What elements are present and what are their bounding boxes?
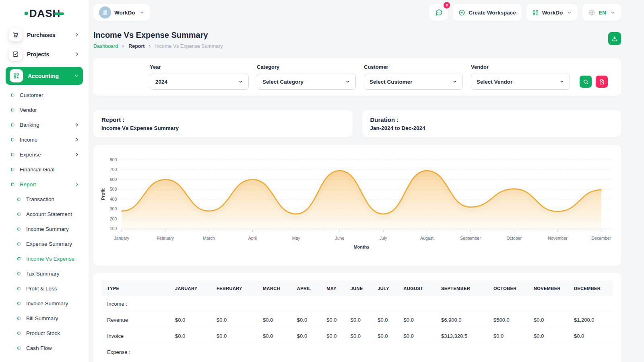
sidebar-subitem-label: Customer — [20, 92, 43, 98]
report-value: Income Vs Expense Summary — [101, 125, 345, 131]
table-header-july: JULY — [374, 281, 400, 296]
chevron-down-icon — [559, 79, 564, 84]
table-section-row: Income : — [101, 296, 613, 312]
bullet-icon — [17, 302, 21, 305]
chevron-down-icon — [452, 79, 457, 84]
bullet-icon — [11, 108, 14, 112]
svg-text:Profit: Profit — [101, 188, 105, 200]
sidebar-item-income[interactable]: Income — [6, 132, 83, 147]
sidebar-subitem-label: Report — [20, 181, 36, 187]
duration-value: Jan-2024 to Dec-2024 — [370, 125, 613, 131]
apply-filter-button[interactable] — [580, 76, 592, 88]
workspace-switcher[interactable]: WorkDo — [93, 4, 150, 21]
category-select[interactable]: Select Category — [257, 74, 356, 90]
sidebar-item-income-summary[interactable]: Income Summary — [6, 222, 83, 237]
chevron-right-icon — [74, 122, 80, 128]
svg-text:November: November — [548, 235, 568, 240]
search-icon — [583, 79, 589, 85]
svg-text:Months: Months — [353, 245, 369, 249]
sidebar-subitem-label: Bill Summary — [26, 315, 58, 321]
download-button[interactable] — [608, 32, 621, 45]
svg-text:April: April — [248, 235, 257, 240]
sidebar-item-accounting[interactable]: Accounting — [6, 67, 83, 85]
sidebar-subitem-label: Income Summary — [26, 226, 69, 232]
svg-text:700: 700 — [110, 167, 117, 172]
sidebar-subitem-label: Tax Summary — [26, 271, 60, 277]
sidebar-item-tax-summary[interactable]: Tax Summary — [6, 266, 83, 281]
app-logo[interactable]: DASH — [6, 4, 83, 23]
file-off-icon — [599, 79, 605, 85]
plus-circle-icon — [458, 9, 465, 16]
chevron-right-icon — [74, 152, 80, 157]
reset-filter-button[interactable] — [596, 76, 608, 88]
logo-accent-bar — [54, 12, 64, 15]
svg-text:June: June — [335, 235, 344, 240]
sidebar-item-invoice-summary[interactable]: Invoice Summary — [6, 296, 83, 311]
language-selector[interactable]: EN — [582, 4, 621, 21]
sidebar-item-income-vs-expense[interactable]: Income Vs Expense — [6, 251, 83, 266]
vendor-select[interactable]: Select Vendor — [471, 74, 570, 90]
svg-text:August: August — [420, 235, 433, 240]
globe-icon — [588, 9, 595, 16]
svg-text:July: July — [380, 235, 387, 240]
sidebar-item-cash-flow[interactable]: Cash Flow — [6, 341, 83, 356]
messenger-button[interactable]: 0 — [429, 4, 448, 21]
create-workspace-button[interactable]: Create Workspace — [453, 4, 522, 21]
year-select[interactable]: 2024 — [150, 74, 249, 90]
cart-icon — [9, 28, 22, 41]
bullet-icon — [17, 257, 21, 261]
vendor-label: Vendor — [471, 64, 570, 70]
sidebar-item-financial-goal[interactable]: Financial Goal — [6, 162, 83, 177]
sidebar-item-report[interactable]: Report — [6, 177, 83, 192]
table-header-august: AUGUST — [400, 281, 438, 296]
report-table-card: TYPEJANUARYFEBRUARYMARCHAPRILMAYJUNEJULY… — [93, 273, 621, 362]
profit-chart-card: 800700600500400300200100JanuaryFebruaryM… — [93, 145, 621, 266]
chevron-right-icon — [74, 137, 80, 142]
sidebar-item-bill-summary[interactable]: Bill Summary — [6, 311, 83, 326]
table-header-october: OCTOBER — [490, 281, 530, 296]
sidebar-subitem-label: Profit & Loss — [26, 286, 57, 292]
sidebar-item-transaction[interactable]: Transaction — [6, 192, 83, 207]
sidebar-nav: Purchases Projects Accounting Custom — [6, 26, 83, 356]
table-section-row: Expense : — [101, 344, 613, 360]
chevron-down-icon — [567, 10, 572, 15]
duration-summary-card: Duration : Jan-2024 to Dec-2024 — [362, 110, 621, 137]
svg-text:400: 400 — [110, 197, 117, 202]
sidebar-item-expense[interactable]: Expense — [6, 147, 83, 162]
sidebar-item-purchases[interactable]: Purchases — [6, 26, 83, 44]
bullet-icon — [17, 212, 21, 216]
table-row-revenue: Revenue$0.0$0.0$0.0$0.0$0.0$0.0$0.0$0.0$… — [101, 312, 613, 328]
customer-select-value: Select Customer — [369, 79, 413, 85]
bullet-icon — [11, 93, 14, 97]
income-vs-expense-area-chart[interactable]: 800700600500400300200100JanuaryFebruaryM… — [99, 155, 614, 259]
sidebar-item-customer[interactable]: Customer — [6, 88, 83, 103]
bullet-icon — [17, 242, 21, 246]
breadcrumb-dashboard[interactable]: Dashboard — [93, 43, 118, 49]
sidebar-item-banking[interactable]: Banking — [6, 117, 83, 132]
summary-cards: Report : Income Vs Expense Summary Durat… — [93, 110, 621, 137]
accounting-category-icon — [10, 69, 23, 82]
sidebar-item-product-stock[interactable]: Product Stock — [6, 326, 83, 341]
category-label: Category — [257, 64, 356, 70]
table-header-february: FEBRUARY — [213, 281, 260, 296]
chevron-right-icon — [74, 182, 80, 187]
sidebar-item-profit-loss[interactable]: Profit & Loss — [6, 281, 83, 296]
sidebar-item-projects[interactable]: Projects — [6, 45, 83, 63]
svg-text:200: 200 — [110, 216, 117, 221]
grid-plus-icon — [532, 9, 539, 16]
svg-text:800: 800 — [110, 157, 117, 162]
breadcrumb-report[interactable]: Report — [128, 43, 144, 49]
bullet-icon — [17, 346, 21, 350]
breadcrumb-current: Income Vs Expense Summary — [155, 43, 223, 49]
sidebar-item-vendor[interactable]: Vendor — [6, 103, 83, 117]
sidebar-item-expense-summary[interactable]: Expense Summary — [6, 237, 83, 251]
svg-text:May: May — [292, 235, 301, 240]
workdo-menu[interactable]: WorkDo — [526, 4, 578, 21]
table-header-june: JUNE — [347, 281, 375, 296]
bullet-icon — [11, 183, 14, 186]
customer-select[interactable]: Select Customer — [364, 74, 463, 90]
bullet-icon — [11, 123, 14, 127]
sidebar-item-account-statement[interactable]: Account Statement — [6, 207, 83, 222]
category-select-value: Select Category — [262, 79, 303, 85]
table-header-december: DECEMBER — [571, 281, 613, 296]
